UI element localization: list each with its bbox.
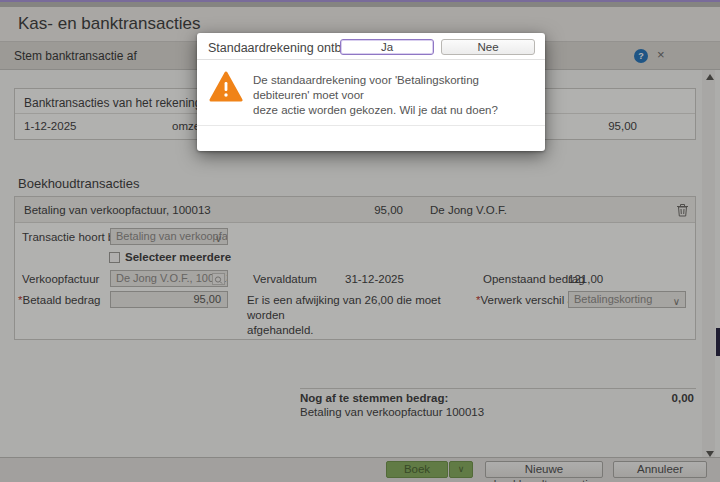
warning-icon (209, 71, 243, 107)
screen: Kas- en banktransacties Stem banktransac… (0, 0, 720, 482)
yes-button[interactable]: Ja (340, 39, 434, 55)
dialog-footer (197, 125, 545, 151)
missing-account-dialog: Standaardrekening ontbreekt × De standaa… (197, 33, 545, 151)
dialog-message: De standaardrekening voor 'Betalingskort… (253, 73, 535, 118)
no-button[interactable]: Nee (441, 39, 535, 55)
